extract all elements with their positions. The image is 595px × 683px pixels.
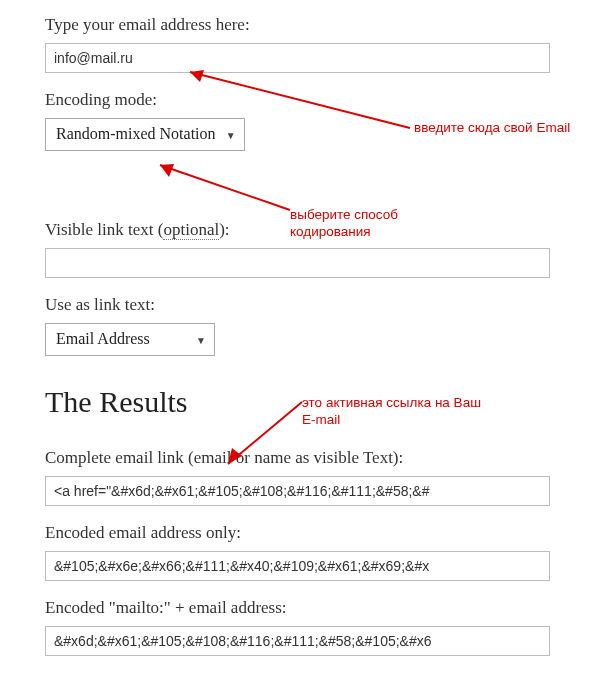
annotation-email: введите сюда свой Email <box>414 120 574 137</box>
encoded-only-output[interactable] <box>45 551 550 581</box>
encoded-mailto-output[interactable] <box>45 626 550 656</box>
encoding-mode-value: Random-mixed Notation <box>56 125 216 142</box>
encoding-mode-label: Encoding mode: <box>45 89 550 111</box>
use-as-link-text-label: Use as link text: <box>45 294 550 316</box>
encoded-only-label: Encoded email address only: <box>45 522 550 544</box>
visible-link-text-post: ): <box>219 220 229 239</box>
annotation-result: это активная ссылка на Ваш E-mail <box>302 395 482 429</box>
optional-hint: optional <box>163 220 219 240</box>
visible-link-text-pre: Visible link text ( <box>45 220 163 239</box>
annotation-encoding: выберите способ кодирования <box>290 207 450 241</box>
encoding-mode-select[interactable]: Random-mixed Notation ▼ <box>45 118 245 151</box>
complete-link-label: Complete email link (email or name as vi… <box>45 447 550 469</box>
chevron-down-icon: ▼ <box>226 128 236 141</box>
encoded-mailto-label: Encoded "mailto:" + email address: <box>45 597 550 619</box>
email-label: Type your email address here: <box>45 14 550 36</box>
use-as-link-text-select[interactable]: Email Address ▼ <box>45 323 215 356</box>
chevron-down-icon: ▼ <box>196 333 206 346</box>
use-as-link-text-value: Email Address <box>56 330 150 347</box>
visible-link-text-input[interactable] <box>45 248 550 278</box>
complete-link-output[interactable] <box>45 476 550 506</box>
email-input[interactable] <box>45 43 550 73</box>
